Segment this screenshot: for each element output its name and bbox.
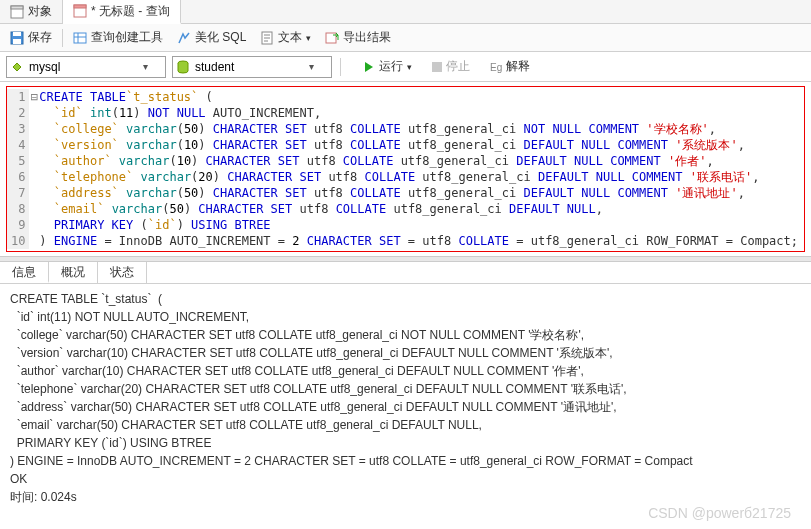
stop-icon [432,62,442,72]
beautify-icon [177,31,191,45]
separator [340,58,341,76]
run-label: 运行 [379,58,403,75]
tab-object-label: 对象 [28,3,52,20]
fold-gutter[interactable]: ⊟ [29,89,39,249]
export-label: 导出结果 [343,29,391,46]
tab-query[interactable]: * 无标题 - 查询 [63,0,181,24]
chevron-down-icon: ▾ [306,33,311,43]
database-icon [173,60,193,74]
svg-text:Eg: Eg [490,62,502,73]
save-label: 保存 [28,29,52,46]
svg-rect-7 [74,33,86,43]
result-tabs: 信息 概况 状态 [0,262,811,284]
sql-editor[interactable]: 12345678910 ⊟ CREATE TABLE`t_status` ( `… [7,89,804,249]
stop-label: 停止 [446,58,470,75]
export-icon [325,31,339,45]
builder-button[interactable]: 查询创建工具 [67,27,169,48]
svg-rect-1 [11,6,23,9]
connection-icon [7,60,27,74]
text-icon [260,31,274,45]
svg-rect-3 [74,5,86,8]
beautify-button[interactable]: 美化 SQL [171,27,252,48]
beautify-label: 美化 SQL [195,29,246,46]
line-gutter: 12345678910 [7,89,29,249]
db-input[interactable] [27,57,137,77]
explain-icon: Eg [490,61,502,73]
svg-rect-5 [13,39,21,44]
db-combo[interactable]: ▾ [6,56,166,78]
save-icon [10,31,24,45]
stop-button: 停止 [426,56,476,77]
chevron-down-icon[interactable]: ▾ [137,61,153,72]
svg-rect-16 [432,62,442,72]
builder-icon [73,31,87,45]
main-tabs: 对象 * 无标题 - 查询 [0,0,811,24]
tab-info[interactable]: 信息 [0,262,49,283]
watermark: CSDN @powerб21725 [648,505,791,521]
run-button[interactable]: 运行 ▾ [357,56,418,77]
save-button[interactable]: 保存 [4,27,58,48]
schema-input[interactable] [193,57,303,77]
sql-editor-highlight: 12345678910 ⊟ CREATE TABLE`t_status` ( `… [6,86,805,252]
query-icon [73,4,87,18]
connection-bar: ▾ ▾ 运行 ▾ 停止 Eg 解释 [0,52,811,82]
code-area[interactable]: CREATE TABLE`t_status` ( `id` int(11) NO… [39,89,804,249]
text-button[interactable]: 文本 ▾ [254,27,317,48]
tab-object[interactable]: 对象 [0,0,63,23]
tab-query-label: * 无标题 - 查询 [91,3,170,20]
explain-label: 解释 [506,58,530,75]
text-label: 文本 [278,29,302,46]
chevron-down-icon: ▾ [407,62,412,72]
separator [62,29,63,47]
tab-status[interactable]: 状态 [98,262,147,283]
tab-profile[interactable]: 概况 [49,262,98,283]
play-icon [363,61,375,73]
svg-rect-6 [13,32,21,36]
explain-button[interactable]: Eg 解释 [484,56,536,77]
export-button[interactable]: 导出结果 [319,27,397,48]
toolbar: 保存 查询创建工具 美化 SQL 文本 ▾ 导出结果 [0,24,811,52]
result-output[interactable]: CREATE TABLE `t_status` ( `id` int(11) N… [0,284,811,512]
builder-label: 查询创建工具 [91,29,163,46]
schema-combo[interactable]: ▾ [172,56,332,78]
chevron-down-icon[interactable]: ▾ [303,61,319,72]
table-icon [10,5,24,19]
